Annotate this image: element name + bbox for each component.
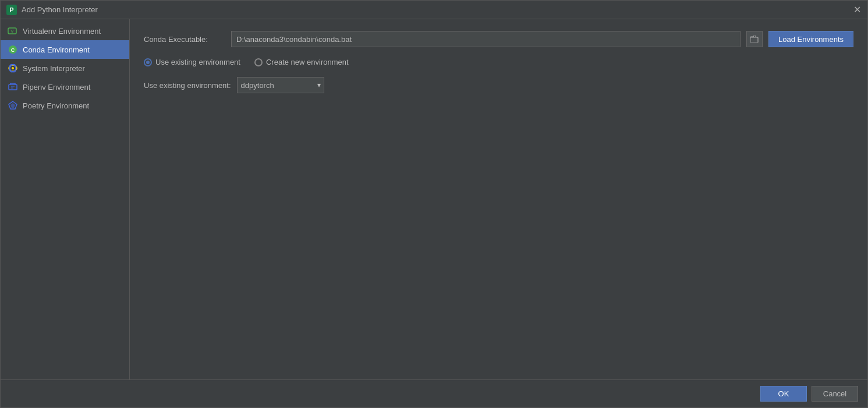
- main-content: Conda Executable: Load Environments Use …: [130, 19, 867, 379]
- sidebar-item-poetry[interactable]: Poetry Environment: [1, 96, 129, 115]
- existing-env-select[interactable]: ddpytorch base pytorch: [237, 77, 324, 93]
- existing-env-label: Use existing environment:: [144, 81, 231, 90]
- app-icon: P: [6, 5, 17, 15]
- use-existing-radio-label[interactable]: Use existing environment: [144, 58, 240, 66]
- conda-executable-label: Conda Executable:: [144, 35, 225, 44]
- svg-text:P: P: [9, 6, 13, 13]
- dialog-title: Add Python Interpreter: [22, 5, 852, 14]
- svg-point-9: [12, 67, 14, 69]
- dialog-footer: OK Cancel: [1, 379, 867, 407]
- pipenv-icon: [8, 82, 18, 92]
- sidebar-item-conda[interactable]: C Conda Environment: [1, 40, 129, 59]
- sidebar: V Virtualenv Environment C Conda Environ…: [1, 19, 130, 379]
- sidebar-item-pipenv[interactable]: Pipenv Environment: [1, 78, 129, 96]
- conda-executable-row: Conda Executable: Load Environments: [144, 31, 853, 47]
- ok-button[interactable]: OK: [760, 386, 807, 402]
- sidebar-item-pipenv-label: Pipenv Environment: [23, 83, 90, 92]
- sidebar-item-system[interactable]: System Interpreter: [1, 59, 129, 78]
- title-bar: P Add Python Interpreter ✕: [1, 1, 867, 19]
- svg-rect-15: [750, 37, 758, 43]
- use-existing-radio[interactable]: [144, 58, 152, 66]
- load-environments-button[interactable]: Load Environments: [768, 31, 853, 47]
- poetry-icon: [8, 100, 18, 111]
- add-python-interpreter-dialog: P Add Python Interpreter ✕ V Virtualenv …: [0, 0, 868, 408]
- sidebar-item-system-label: System Interpreter: [23, 64, 85, 73]
- svg-text:V: V: [10, 29, 14, 34]
- browse-button[interactable]: [746, 31, 763, 47]
- create-new-radio-label[interactable]: Create new environment: [254, 58, 349, 66]
- env-select-wrapper: ddpytorch base pytorch: [237, 77, 324, 93]
- conda-executable-input[interactable]: [231, 31, 741, 47]
- dialog-body: V Virtualenv Environment C Conda Environ…: [1, 19, 867, 379]
- close-button[interactable]: ✕: [852, 5, 862, 15]
- svg-rect-10: [9, 85, 17, 90]
- sidebar-item-virtualenv-label: Virtualenv Environment: [23, 27, 101, 36]
- cancel-button[interactable]: Cancel: [812, 386, 858, 402]
- conda-icon: C: [8, 44, 18, 55]
- sidebar-item-conda-label: Conda Environment: [23, 45, 90, 54]
- sidebar-item-virtualenv[interactable]: V Virtualenv Environment: [1, 22, 129, 40]
- sidebar-item-poetry-label: Poetry Environment: [23, 101, 89, 110]
- system-icon: [8, 63, 18, 73]
- create-new-radio[interactable]: [254, 58, 263, 66]
- existing-environment-row: Use existing environment: ddpytorch base…: [144, 77, 853, 93]
- svg-marker-14: [10, 103, 15, 108]
- virtualenv-icon: V: [8, 26, 18, 36]
- svg-text:C: C: [11, 47, 15, 53]
- environment-type-radio-group: Use existing environment Create new envi…: [144, 58, 853, 66]
